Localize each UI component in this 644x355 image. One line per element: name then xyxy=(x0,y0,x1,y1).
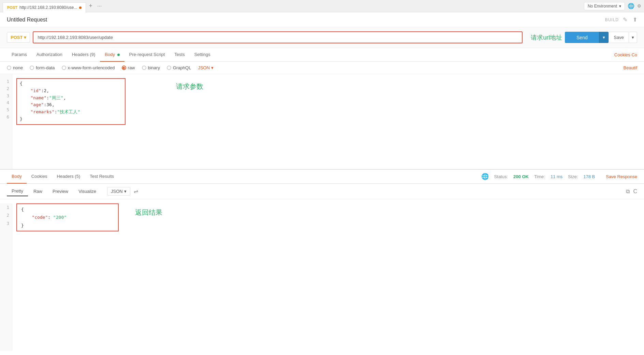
code-line-3: "name":"周三", xyxy=(20,95,122,102)
status-label: Status: xyxy=(494,174,508,179)
option-urlencoded[interactable]: x-www-form-urlencoded xyxy=(62,65,115,70)
status-value: 200 OK xyxy=(513,174,529,179)
url-bar: POST ▾ 请求url地址 Send ▾ Save ▾ xyxy=(0,27,644,48)
response-tab-bar: Body Cookies Headers (5) Test Results 🌐 … xyxy=(0,170,644,184)
response-tab-headers[interactable]: Headers (5) xyxy=(52,170,85,184)
code-line-1: { xyxy=(20,80,122,87)
radio-binary xyxy=(142,66,146,70)
response-code: { "code": "200" } 返回结果 xyxy=(12,203,644,351)
new-tab-button[interactable]: + xyxy=(86,2,95,10)
send-button[interactable]: Send xyxy=(565,32,599,43)
resp-tab-visualize[interactable]: Visualize xyxy=(74,187,101,196)
request-code-area[interactable]: { "id":2, "name":"周三", "age":36, "remark… xyxy=(12,74,644,169)
tab-settings[interactable]: Settings xyxy=(190,48,215,62)
settings-icon[interactable]: ⚙ xyxy=(637,3,641,9)
response-body-options: Pretty Raw Preview Visualize JSON ▾ ⇌ ⧉ … xyxy=(0,184,644,199)
radio-urlencoded xyxy=(62,66,66,70)
resp-format-selector[interactable]: JSON ▾ xyxy=(107,187,130,196)
send-save-group: Send ▾ Save ▾ xyxy=(565,32,637,43)
resp-line-1: { xyxy=(21,205,114,213)
response-section: Body Cookies Headers (5) Test Results 🌐 … xyxy=(0,170,644,355)
method-label: POST xyxy=(11,35,23,40)
json-format-selector[interactable]: JSON ▾ xyxy=(198,65,214,70)
active-tab[interactable]: POST http://192.168.2.193:8080/use... xyxy=(3,2,86,13)
line-numbers: 1 2 3 4 5 6 xyxy=(0,74,12,169)
wrap-icon[interactable]: ⇌ xyxy=(134,188,138,195)
response-code-area: 1 2 3 { "code": "200" } 返回结果 xyxy=(0,199,644,355)
radio-form-data xyxy=(30,66,34,70)
tab-pre-request[interactable]: Pre-request Script xyxy=(125,48,170,62)
env-dropdown[interactable]: No Environment ▾ xyxy=(584,2,625,10)
tab-bar: POST http://192.168.2.193:8080/use... + … xyxy=(0,0,644,12)
edit-icon[interactable]: ✎ xyxy=(623,16,627,23)
code-line-5: "remarks":"技术工人" xyxy=(20,109,122,116)
resp-tab-preview[interactable]: Preview xyxy=(48,187,73,196)
build-label: BUILD xyxy=(605,17,619,22)
response-tab-body[interactable]: Body xyxy=(7,170,27,184)
clear-icon[interactable]: C xyxy=(633,188,637,195)
time-value: 11 ms xyxy=(551,174,562,179)
response-code-box: { "code": "200" } xyxy=(16,203,119,231)
code-line-2: "id":2, xyxy=(20,87,122,95)
option-form-data[interactable]: form-data xyxy=(30,65,55,70)
option-binary[interactable]: binary xyxy=(142,65,160,70)
code-line-4: "age":36, xyxy=(20,101,122,109)
json-chevron-icon: ▾ xyxy=(211,65,214,70)
response-annotation: 返回结果 xyxy=(135,206,162,218)
send-dropdown-button[interactable]: ▾ xyxy=(599,32,609,43)
body-dot xyxy=(117,54,120,56)
response-tab-cookies[interactable]: Cookies xyxy=(27,170,52,184)
resp-tab-raw[interactable]: Raw xyxy=(29,187,47,196)
share-icon[interactable]: ⬆ xyxy=(633,16,637,23)
request-body-section: 1 2 3 4 5 6 { "id":2, "name":"周三", "age"… xyxy=(0,74,644,170)
url-input-wrapper xyxy=(33,31,523,43)
nav-right-cookies[interactable]: Cookies Co xyxy=(614,52,637,57)
tab-headers[interactable]: Headers (9) xyxy=(67,48,100,62)
beautify-button[interactable]: Beautif xyxy=(624,65,637,70)
env-label: No Environment xyxy=(588,4,617,9)
resp-chevron-icon: ▾ xyxy=(124,189,127,194)
tab-dot xyxy=(79,6,82,9)
method-chevron-icon: ▾ xyxy=(24,35,26,40)
time-label: Time: xyxy=(534,174,545,179)
request-title: Untitled Request xyxy=(7,17,605,23)
env-selector: No Environment ▾ 🌐 ⚙ xyxy=(584,2,641,10)
copy-icon[interactable]: ⧉ xyxy=(626,188,630,195)
tab-url: http://192.168.2.193:8080/use... xyxy=(19,5,77,10)
response-tab-test-results[interactable]: Test Results xyxy=(85,170,119,184)
resp-line-3: } xyxy=(21,222,114,229)
option-none[interactable]: none xyxy=(7,65,23,70)
resp-tab-pretty[interactable]: Pretty xyxy=(7,186,28,196)
code-line-6: } xyxy=(20,116,122,123)
tab-more-button[interactable]: ··· xyxy=(95,3,104,9)
save-button[interactable]: Save xyxy=(609,32,629,43)
request-annotation: 请求参数 xyxy=(176,81,203,92)
url-input[interactable] xyxy=(33,32,522,43)
save-response-button[interactable]: Save Response xyxy=(606,174,637,179)
radio-raw xyxy=(122,66,126,70)
radio-none xyxy=(7,66,11,70)
tab-method: POST xyxy=(7,5,17,10)
tab-tests[interactable]: Tests xyxy=(170,48,189,62)
radio-graphql xyxy=(167,66,171,70)
body-options-bar: none form-data x-www-form-urlencoded raw… xyxy=(0,62,644,74)
option-graphql[interactable]: GraphQL xyxy=(167,65,191,70)
main-panel: Untitled Request BUILD ✎ ⬆ POST ▾ 请求url地… xyxy=(0,12,644,355)
resp-line-numbers: 1 2 3 xyxy=(0,203,12,351)
size-label: Size: xyxy=(568,174,578,179)
method-selector[interactable]: POST ▾ xyxy=(7,32,30,43)
request-title-bar: Untitled Request BUILD ✎ ⬆ xyxy=(0,12,644,27)
globe-status-icon: 🌐 xyxy=(481,173,489,180)
option-raw[interactable]: raw xyxy=(122,65,135,70)
nav-tabs: Params Authorization Headers (9) Body Pr… xyxy=(0,48,644,62)
tab-body[interactable]: Body xyxy=(100,48,124,62)
globe-icon: 🌐 xyxy=(628,3,634,9)
save-dropdown-button[interactable]: ▾ xyxy=(629,32,637,43)
tab-params[interactable]: Params xyxy=(7,48,32,62)
tab-authorization[interactable]: Authorization xyxy=(32,48,67,62)
response-status-bar: 🌐 Status: 200 OK Time: 11 ms Size: 178 B… xyxy=(481,173,637,180)
size-value: 178 B xyxy=(583,174,595,179)
request-code-box: { "id":2, "name":"周三", "age":36, "remark… xyxy=(16,78,126,125)
url-annotation: 请求url地址 xyxy=(531,33,562,42)
chevron-down-icon: ▾ xyxy=(619,4,621,9)
